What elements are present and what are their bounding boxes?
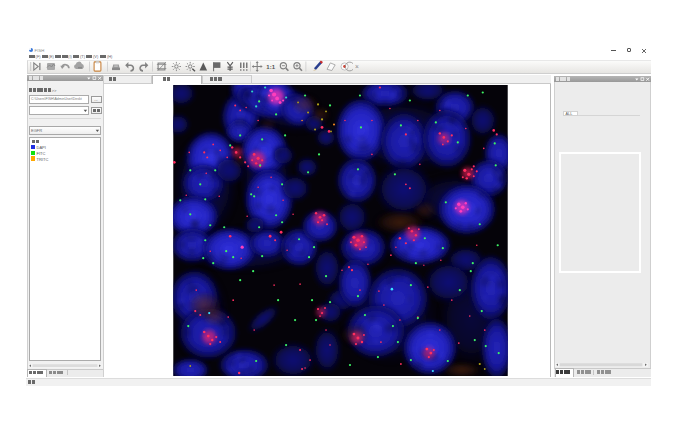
- svg-text:1:1: 1:1: [266, 64, 275, 70]
- svg-text:×: ×: [354, 63, 358, 70]
